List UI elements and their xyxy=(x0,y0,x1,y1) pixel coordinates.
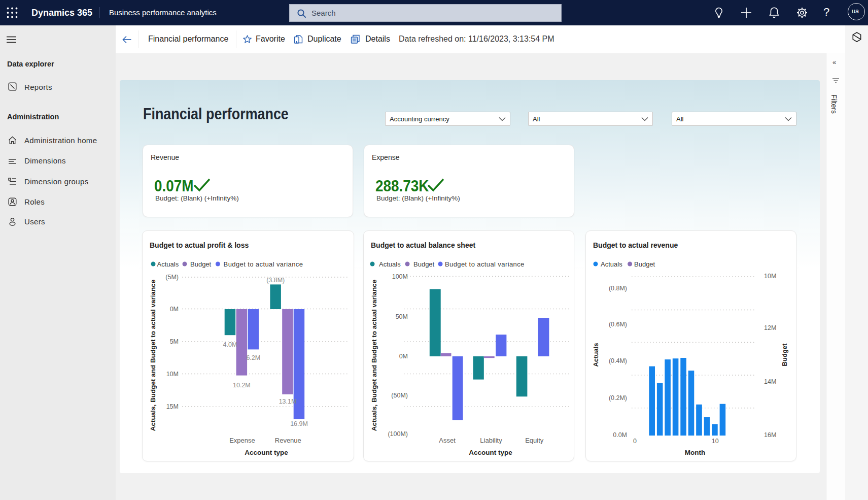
svg-text:Budget: Budget xyxy=(413,260,435,268)
svg-text:16.9M: 16.9M xyxy=(290,420,308,427)
svg-text:(0.8M): (0.8M) xyxy=(609,285,627,292)
svg-text:Actuals, Budget and Budget to: Actuals, Budget and Budget to actual var… xyxy=(370,279,378,431)
svg-text:(50M): (50M) xyxy=(391,392,408,399)
svg-text:Actuals: Actuals xyxy=(379,260,401,268)
svg-text:14M: 14M xyxy=(764,378,776,385)
svg-text:Actuals: Actuals xyxy=(157,260,179,268)
svg-text:16M: 16M xyxy=(764,431,776,439)
svg-text:(5M): (5M) xyxy=(165,274,179,281)
svg-text:13.1M: 13.1M xyxy=(279,398,297,405)
svg-text:(0.2M): (0.2M) xyxy=(609,394,627,402)
svg-text:0.0M: 0.0M xyxy=(613,431,627,439)
svg-text:4.0M: 4.0M xyxy=(223,341,237,348)
svg-text:Budget to actual profit & loss: Budget to actual profit & loss xyxy=(150,241,249,249)
svg-text:Account type: Account type xyxy=(245,449,288,456)
svg-text:10.2M: 10.2M xyxy=(233,382,251,389)
svg-text:Actuals: Actuals xyxy=(601,260,622,268)
svg-text:Budget to actual variance: Budget to actual variance xyxy=(445,260,525,268)
svg-text:100M: 100M xyxy=(392,273,408,280)
svg-text:10M: 10M xyxy=(764,273,776,280)
svg-text:Liability: Liability xyxy=(480,437,502,444)
svg-text:(0.6M): (0.6M) xyxy=(609,321,627,328)
svg-text:Actuals: Actuals xyxy=(592,343,600,367)
svg-text:5M: 5M xyxy=(170,338,179,345)
svg-text:Budget: Budget xyxy=(190,260,212,268)
svg-text:(100M): (100M) xyxy=(388,430,408,438)
svg-text:10: 10 xyxy=(712,438,719,445)
svg-text:Month: Month xyxy=(685,449,705,456)
svg-text:6.2M: 6.2M xyxy=(246,354,260,361)
svg-text:0M: 0M xyxy=(170,306,179,313)
svg-text:12M: 12M xyxy=(764,324,776,331)
svg-text:Equity: Equity xyxy=(525,437,544,444)
svg-text:(3.8M): (3.8M) xyxy=(266,277,285,284)
svg-text:Account type: Account type xyxy=(469,449,512,456)
svg-text:Revenue: Revenue xyxy=(275,437,301,444)
svg-text:Asset: Asset xyxy=(439,437,456,444)
svg-text:10M: 10M xyxy=(166,371,179,378)
svg-text:0M: 0M xyxy=(399,353,408,360)
svg-text:0: 0 xyxy=(633,438,637,445)
svg-text:Expense: Expense xyxy=(229,437,255,444)
svg-text:15M: 15M xyxy=(166,403,179,410)
svg-text:Budget: Budget xyxy=(781,343,788,366)
svg-text:Budget to actual variance: Budget to actual variance xyxy=(224,260,303,268)
svg-text:(0.4M): (0.4M) xyxy=(609,357,627,364)
svg-text:Budget: Budget xyxy=(634,260,655,268)
svg-text:Actuals, Budget and Budget to: Actuals, Budget and Budget to actual var… xyxy=(149,279,157,431)
svg-text:Budget to actual revenue: Budget to actual revenue xyxy=(593,241,678,249)
svg-text:Budget to actual balance sheet: Budget to actual balance sheet xyxy=(371,241,475,249)
svg-text:50M: 50M xyxy=(396,313,408,320)
